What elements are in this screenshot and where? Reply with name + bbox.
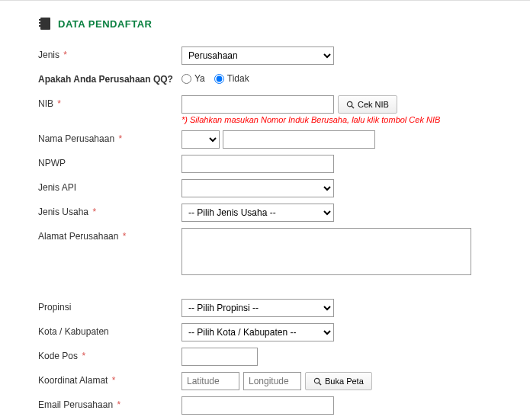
select-propinsi[interactable]: -- Pilih Propinsi -- (181, 299, 334, 317)
svg-rect-1 (39, 19, 41, 21)
label-jenis-api: Jenis API (38, 179, 181, 193)
input-longitude[interactable] (243, 372, 301, 390)
svg-line-7 (319, 383, 321, 385)
textarea-alamat[interactable] (181, 228, 471, 275)
label-propinsi: Propinsi (38, 299, 181, 313)
nib-hint: *) Silahkan masukan Nomor Induk Berusaha… (181, 115, 492, 124)
section-header: DATA PENDAFTAR (38, 16, 492, 31)
label-kode-pos: Kode Pos * (38, 348, 181, 361)
label-koordinat: Koordinat Alamat * (38, 372, 181, 386)
svg-rect-3 (39, 25, 41, 27)
label-jenis: Jenis * (38, 46, 181, 60)
label-jenis-usaha: Jenis Usaha * (38, 204, 181, 217)
input-npwp[interactable] (181, 155, 334, 173)
button-cek-nib[interactable]: Cek NIB (338, 95, 397, 114)
radio-ya[interactable] (181, 74, 191, 84)
label-qq: Apakah Anda Perusahaan QQ? (38, 71, 181, 85)
svg-line-5 (352, 106, 354, 108)
section-title: DATA PENDAFTAR (58, 18, 153, 30)
input-latitude[interactable] (181, 372, 239, 390)
input-kode-pos[interactable] (181, 348, 258, 366)
input-nama-perusahaan[interactable] (223, 130, 375, 149)
registrant-icon (38, 16, 52, 31)
radio-ya-label: Ya (194, 73, 205, 84)
label-alamat: Alamat Perusahaan * (38, 228, 181, 242)
button-buka-peta[interactable]: Buka Peta (305, 372, 372, 390)
label-npwp: NPWP (38, 155, 181, 168)
radio-tidak-label: Tidak (227, 73, 249, 84)
select-kota[interactable]: -- Pilih Kota / Kabupaten -- (181, 323, 334, 341)
svg-rect-0 (40, 18, 50, 30)
select-company-prefix[interactable] (181, 130, 220, 149)
radio-tidak[interactable] (214, 74, 224, 84)
svg-point-6 (314, 378, 319, 383)
label-email: Email Perusahaan * (38, 396, 181, 410)
select-jenis-usaha[interactable]: -- Pilih Jenis Usaha -- (181, 204, 334, 222)
label-nama-perusahaan: Nama Perusahaan * (38, 130, 181, 144)
svg-rect-2 (39, 22, 41, 24)
input-nib[interactable] (181, 95, 334, 114)
svg-point-4 (347, 101, 352, 106)
search-icon (313, 377, 322, 386)
select-jenis[interactable]: Perusahaan (181, 46, 334, 65)
input-email[interactable] (181, 396, 334, 415)
search-icon (346, 101, 355, 109)
label-nib: NIB * (38, 95, 181, 109)
select-jenis-api[interactable] (181, 179, 334, 197)
label-kota: Kota / Kabupaten (38, 323, 181, 337)
